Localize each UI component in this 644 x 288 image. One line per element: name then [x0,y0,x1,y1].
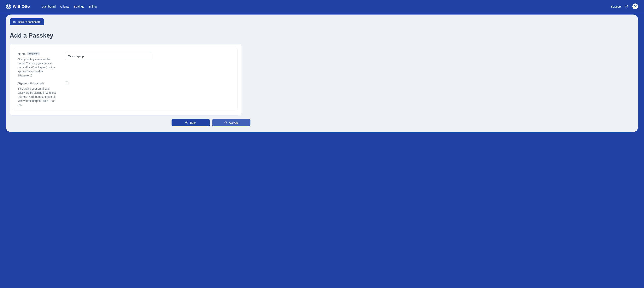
nav-settings[interactable]: Settings [74,5,84,8]
arrow-left-circle-icon [185,121,188,124]
topbar-right: Support SC [611,4,638,9]
name-input-col [65,52,152,78]
bell-icon[interactable] [625,5,628,8]
nav-dashboard[interactable]: Dashboard [42,5,56,8]
main-container: Back to dashboard Add a Passkey Name Req… [0,15,644,138]
primary-nav: Dashboard Clients Settings Billing [42,5,96,8]
key-only-label-col: Sign in with key only Skip typing your e… [18,82,58,107]
nav-clients[interactable]: Clients [60,5,69,8]
activate-label: Activate [229,121,239,124]
svg-point-2 [9,6,10,7]
back-button[interactable]: Back [172,119,210,126]
form-row-key-only: Sign in with key only Skip typing your e… [18,82,234,107]
topbar: WithOtto Dashboard Clients Settings Bill… [0,0,644,13]
back-label: Back [190,121,196,124]
back-to-dashboard-button[interactable]: Back to dashboard [10,18,44,25]
back-button-label: Back to dashboard [18,20,40,24]
form-panel: Name Required Give your key a memorable … [10,44,242,115]
support-link[interactable]: Support [611,5,621,8]
page-title: Add a Passkey [10,32,638,39]
svg-point-0 [6,4,11,9]
activate-button[interactable]: Activate [212,119,250,126]
form-inner: Name Required Give your key a memorable … [14,48,238,111]
key-only-input-col [65,82,152,107]
arrow-left-circle-icon [13,21,16,24]
action-row: Back Activate [10,119,250,126]
logo-icon [6,4,11,9]
name-help: Give your key a memorable name. Try usin… [18,57,58,78]
content-card: Back to dashboard Add a Passkey Name Req… [6,15,638,132]
svg-point-1 [7,6,8,7]
required-badge: Required [27,52,40,55]
logo[interactable]: WithOtto [6,4,30,9]
name-label-col: Name Required Give your key a memorable … [18,52,58,78]
name-input[interactable] [65,52,152,60]
key-only-help: Skip typing your email and password by s… [18,87,58,107]
key-only-checkbox[interactable] [65,82,68,85]
nav-billing[interactable]: Billing [89,5,97,8]
avatar[interactable]: SC [632,4,638,9]
shield-check-icon [224,121,227,124]
name-label: Name [18,52,26,55]
brand-name: WithOtto [13,4,30,9]
form-row-name: Name Required Give your key a memorable … [18,52,234,78]
key-only-label: Sign in with key only [18,82,44,85]
